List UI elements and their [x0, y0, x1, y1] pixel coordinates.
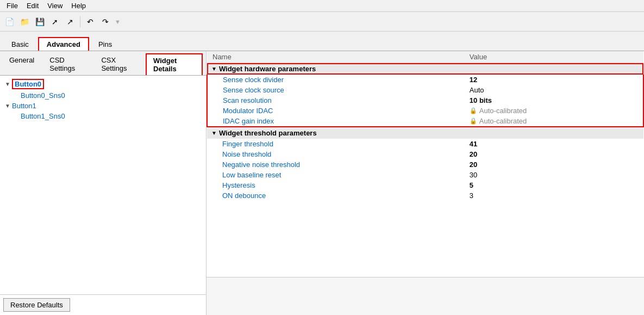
bottom-area: [207, 277, 644, 315]
undo-button[interactable]: ↶: [83, 15, 97, 29]
col-value-header: Value: [464, 51, 643, 63]
prop-value-1-0[interactable]: 41: [464, 139, 643, 149]
tab-csx-settings[interactable]: CSX Settings: [94, 53, 145, 75]
tree-label-button0[interactable]: Button0: [12, 79, 44, 89]
tree-area: ▼ Button0 Button0_Sns0 ▼ Button1 Button1…: [0, 76, 206, 294]
prop-value-1-4[interactable]: 5: [464, 180, 643, 190]
table-row[interactable]: Scan resolution10 bits: [207, 95, 643, 106]
bold-value: 12: [470, 76, 477, 84]
table-row[interactable]: Modulator IDAC🔒Auto-calibrated: [207, 106, 643, 116]
export-arrow-button[interactable]: ↗: [63, 15, 77, 29]
tree-label-button1[interactable]: Button1: [12, 102, 36, 110]
col-name-header: Name: [207, 51, 464, 63]
table-row[interactable]: Finger threshold41: [207, 139, 643, 149]
properties-table: Name Value ▼Widget hardware parametersSe…: [207, 51, 644, 201]
section-label-threshold: Widget threshold parameters: [219, 129, 317, 137]
lock-icon: 🔒: [470, 107, 477, 114]
prop-value-1-1[interactable]: 20: [464, 149, 643, 159]
main-content: General CSD Settings CSX Settings Widget…: [0, 51, 644, 315]
tree-node-button1-sns0[interactable]: Button1_Sns0: [17, 111, 206, 121]
top-tab-bar: Basic Advanced Pins: [0, 32, 644, 51]
section-header-hardware: ▼Widget hardware parameters: [207, 63, 643, 75]
bold-value: 20: [470, 160, 477, 169]
table-row[interactable]: Low baseline reset30: [207, 170, 643, 180]
tab-csd-settings[interactable]: CSD Settings: [42, 53, 93, 75]
tab-pins[interactable]: Pins: [90, 38, 120, 51]
prop-name-0-2: Scan resolution: [207, 95, 464, 106]
prop-name-1-0: Finger threshold: [207, 139, 464, 149]
prop-name-0-0: Sense clock divider: [207, 75, 464, 85]
tab-basic[interactable]: Basic: [3, 38, 37, 51]
export-file-button[interactable]: ➚: [48, 15, 62, 29]
prop-name-1-1: Noise threshold: [207, 149, 464, 159]
bold-value: 5: [470, 181, 473, 189]
tree-child-button0-sns0: Button0_Sns0: [0, 90, 206, 101]
left-panel: General CSD Settings CSX Settings Widget…: [0, 51, 207, 315]
tree-node-button0-sns0[interactable]: Button0_Sns0: [17, 90, 206, 101]
table-row[interactable]: ON debounce3: [207, 190, 643, 201]
section-header-threshold: ▼Widget threshold parameters: [207, 127, 643, 139]
redo-button[interactable]: ↷: [98, 15, 112, 29]
prop-name-0-3: Modulator IDAC: [207, 106, 464, 116]
section-toggle-threshold[interactable]: ▼: [211, 130, 217, 136]
lock-icon: 🔒: [470, 118, 477, 125]
prop-name-1-2: Negative noise threshold: [207, 159, 464, 170]
toolbar: 📄 📁 💾 ➚ ↗ ↶ ↷ ▼: [0, 12, 644, 32]
tab-widget-details[interactable]: Widget Details: [146, 53, 203, 75]
prop-value-0-0[interactable]: 12: [464, 75, 643, 85]
menu-file[interactable]: File: [2, 1, 22, 11]
table-row[interactable]: Sense clock sourceAuto: [207, 85, 643, 95]
properties-area: Name Value ▼Widget hardware parametersSe…: [207, 51, 644, 277]
prop-value-1-2[interactable]: 20: [464, 159, 643, 170]
prop-name-1-3: Low baseline reset: [207, 170, 464, 180]
prop-name-1-5: ON debounce: [207, 190, 464, 201]
section-label-hardware: Widget hardware parameters: [219, 65, 316, 73]
prop-value-1-3[interactable]: 30: [464, 170, 643, 180]
prop-name-1-4: Hysteresis: [207, 180, 464, 190]
prop-value-0-3[interactable]: 🔒Auto-calibrated: [464, 106, 643, 116]
tab-general[interactable]: General: [2, 53, 41, 75]
table-row[interactable]: Noise threshold20: [207, 149, 643, 159]
sub-tab-bar: General CSD Settings CSX Settings Widget…: [0, 51, 206, 76]
menu-view[interactable]: View: [43, 1, 67, 11]
tree-toggle-button0[interactable]: ▼: [3, 81, 12, 87]
bold-value: 10 bits: [470, 96, 492, 104]
save-button[interactable]: 💾: [33, 15, 47, 29]
prop-name-0-1: Sense clock source: [207, 85, 464, 95]
prop-value-0-2[interactable]: 10 bits: [464, 95, 643, 106]
menu-edit[interactable]: Edit: [22, 1, 43, 11]
prop-name-0-4: IDAC gain index: [207, 116, 464, 127]
tree-toggle-button1[interactable]: ▼: [3, 103, 12, 109]
auto-calibrated-value: 🔒Auto-calibrated: [470, 117, 637, 125]
tree-label-button1-sns0[interactable]: Button1_Sns0: [21, 112, 65, 120]
prop-value-0-1[interactable]: Auto: [464, 85, 643, 95]
menu-help[interactable]: Help: [67, 1, 90, 11]
toolbar-separator: [80, 16, 80, 27]
restore-defaults-button[interactable]: Restore Defaults: [3, 298, 70, 312]
table-row[interactable]: IDAC gain index🔒Auto-calibrated: [207, 116, 643, 127]
open-button[interactable]: 📁: [17, 15, 32, 29]
section-toggle-hardware[interactable]: ▼: [211, 66, 217, 72]
tree-node-button0[interactable]: ▼ Button0: [0, 78, 206, 90]
bold-value: 41: [470, 140, 477, 148]
bold-value: 20: [470, 150, 477, 158]
new-button[interactable]: 📄: [2, 15, 16, 29]
tab-advanced[interactable]: Advanced: [38, 37, 89, 51]
table-row[interactable]: Hysteresis5: [207, 180, 643, 190]
table-row[interactable]: Negative noise threshold20: [207, 159, 643, 170]
tree-node-button1[interactable]: ▼ Button1: [0, 101, 206, 111]
right-panel: Name Value ▼Widget hardware parametersSe…: [207, 51, 644, 315]
prop-value-0-4[interactable]: 🔒Auto-calibrated: [464, 116, 643, 127]
prop-value-1-5[interactable]: 3: [464, 190, 643, 201]
tree-label-button0-sns0[interactable]: Button0_Sns0: [21, 91, 65, 100]
menubar: File Edit View Help: [0, 0, 644, 12]
auto-calibrated-value: 🔒Auto-calibrated: [470, 107, 637, 115]
table-row[interactable]: Sense clock divider12: [207, 75, 643, 85]
restore-area: Restore Defaults: [0, 294, 206, 315]
tree-child-button1-sns0: Button1_Sns0: [0, 111, 206, 121]
